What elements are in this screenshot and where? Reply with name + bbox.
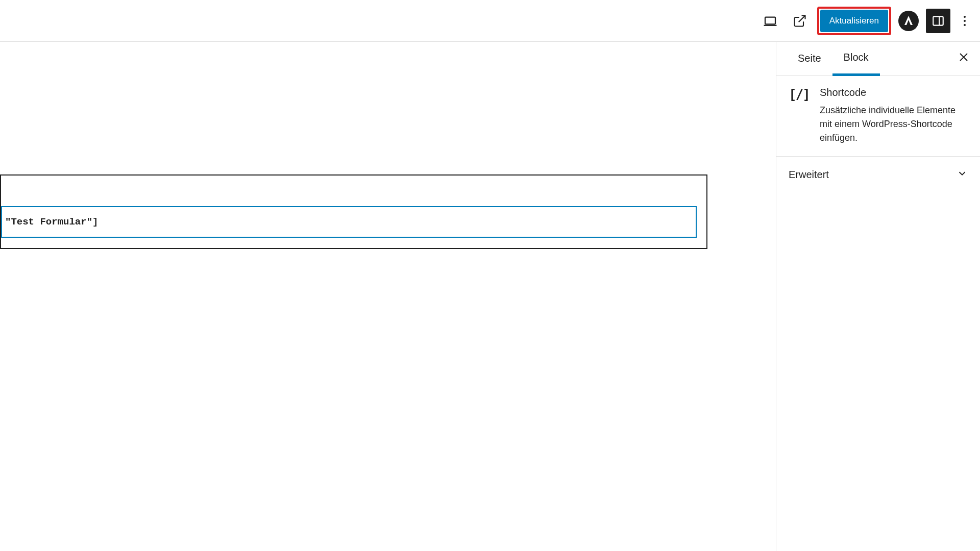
astra-button[interactable] — [896, 9, 921, 33]
more-vertical-icon — [964, 16, 966, 26]
device-preview-button[interactable] — [758, 9, 782, 33]
update-button-highlight: Aktualisieren — [817, 7, 891, 35]
editor-header: Aktualisieren — [0, 0, 980, 42]
tab-page[interactable]: Seite — [787, 42, 832, 74]
shortcode-block[interactable] — [0, 174, 707, 249]
close-sidebar-button[interactable] — [958, 51, 970, 66]
block-description: Zusätzliche individuelle Elemente mit ei… — [820, 104, 968, 145]
advanced-panel-toggle[interactable]: Erweitert — [776, 157, 980, 193]
sidebar-tabs: Seite Block — [776, 42, 980, 76]
sidebar-panel-icon — [932, 14, 945, 28]
settings-sidebar: Seite Block [/] Shortcode Zusätzliche in… — [776, 42, 980, 551]
update-button[interactable]: Aktualisieren — [820, 10, 888, 32]
svg-rect-3 — [933, 16, 943, 25]
close-icon — [958, 51, 970, 63]
svg-rect-0 — [765, 17, 775, 24]
block-title: Shortcode — [820, 87, 968, 98]
block-info-panel: [/] Shortcode Zusätzliche individuelle E… — [776, 76, 980, 157]
shortcode-input[interactable] — [1, 206, 697, 238]
external-link-icon — [793, 14, 807, 28]
astra-icon — [898, 11, 919, 31]
settings-panel-toggle[interactable] — [926, 9, 950, 33]
view-page-button[interactable] — [788, 9, 812, 33]
shortcode-icon: [/] — [789, 87, 810, 145]
tab-block[interactable]: Block — [832, 41, 880, 76]
advanced-panel-label: Erweitert — [789, 169, 829, 181]
more-options-button[interactable] — [955, 9, 974, 33]
editor-canvas[interactable] — [0, 42, 776, 551]
svg-line-2 — [798, 15, 805, 22]
chevron-down-icon — [957, 168, 968, 182]
laptop-icon — [763, 13, 778, 29]
